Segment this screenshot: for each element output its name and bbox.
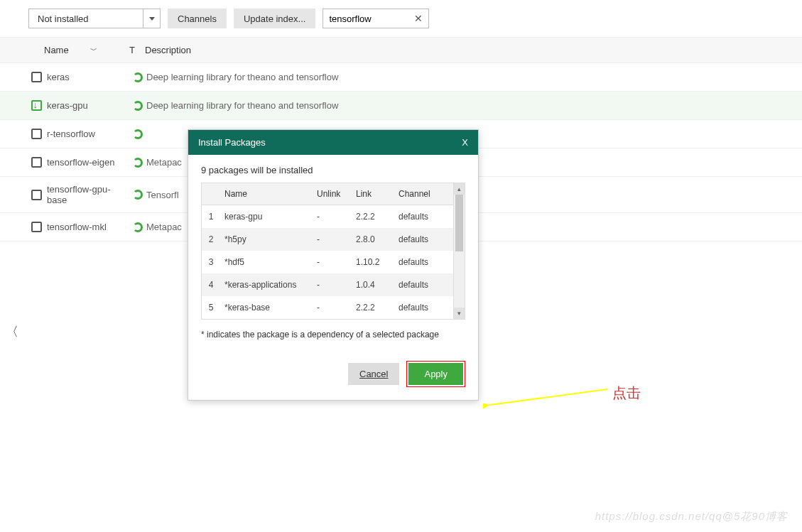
dialog-titlebar: Install Packages X [188,130,478,155]
header-t[interactable]: T [129,45,145,55]
dialog-message: 9 packages will be installed [201,165,465,175]
row-name: keras-gpu [220,205,313,229]
col-unlink: Unlink [313,183,352,205]
dialog-body: 9 packages will be installed Name Unlink… [188,155,478,400]
package-name: tensorflow-mkl [44,222,129,232]
dialog-table-row[interactable]: 4*keras-applications-1.0.4defaults [202,273,465,296]
sort-chevron-icon[interactable]: ﹀ [90,45,97,55]
filter-dropdown[interactable]: Not installed [28,9,161,28]
row-unlink: - [313,251,352,273]
loading-spinner-icon [129,190,146,200]
install-packages-dialog: Install Packages X 9 packages will be in… [188,129,479,401]
package-list-header: Name ﹀ T Description [0,37,802,63]
loading-spinner-icon [129,222,146,232]
row-name: *hdf5 [220,251,313,273]
dialog-table-row[interactable]: 5*keras-base-2.2.2defaults [202,296,465,319]
col-index [202,183,220,205]
col-name: Name [220,183,313,205]
clear-icon[interactable]: ✕ [414,13,423,24]
package-checkbox[interactable] [28,222,44,232]
header-name-label: Name [44,45,69,55]
row-index: 2 [202,228,220,251]
row-unlink: - [313,228,352,251]
annotation-arrow-icon [483,384,611,412]
package-description: Deep learning library for theano and ten… [146,100,774,111]
annotation-text: 点击 [612,384,641,403]
dialog-close-button[interactable]: X [462,137,468,148]
scroll-up-icon[interactable]: ▴ [454,183,465,195]
row-link: 2.8.0 [352,228,394,251]
dependency-note: * indicates the package is a dependency … [201,330,465,340]
dialog-table-wrap: Name Unlink Link Channel 1keras-gpu-2.2.… [201,183,465,320]
row-name: *keras-base [220,296,313,319]
header-name[interactable]: Name ﹀ [44,45,129,55]
collapse-chevron-icon[interactable]: 〈 [6,323,18,340]
dialog-table: Name Unlink Link Channel 1keras-gpu-2.2.… [202,183,465,319]
package-name: tensorflow-gpu-base [44,184,129,205]
package-checkbox[interactable] [28,190,44,200]
header-description[interactable]: Description [145,45,774,55]
package-checkbox[interactable] [28,129,44,139]
row-unlink: - [313,273,352,296]
row-name: *h5py [220,228,313,251]
loading-spinner-icon [129,129,146,139]
apply-highlight: Apply [406,361,465,387]
update-index-button[interactable]: Update index... [234,9,315,28]
loading-spinner-icon [129,158,146,168]
package-checkbox[interactable] [28,100,44,111]
package-name: r-tensorflow [44,129,129,139]
loading-spinner-icon [129,72,146,82]
cancel-button[interactable]: Cancel [348,363,399,385]
package-checkbox[interactable] [28,72,44,82]
dialog-table-row[interactable]: 1keras-gpu-2.2.2defaults [202,205,465,229]
search-box[interactable]: ✕ [323,9,429,28]
watermark: https://blog.csdn.net/qq@5花90博客 [595,510,788,523]
row-index: 1 [202,205,220,229]
dialog-title: Install Packages [198,137,266,148]
dialog-table-header-row: Name Unlink Link Channel [202,183,465,205]
scroll-down-icon[interactable]: ▾ [454,308,465,319]
row-link: 2.2.2 [352,296,394,319]
dialog-buttons: Cancel Apply [201,361,465,387]
search-input[interactable] [329,13,407,24]
row-link: 1.10.2 [352,251,394,273]
scroll-thumb[interactable] [455,195,463,251]
package-row[interactable]: keras-gpuDeep learning library for thean… [0,92,802,120]
row-unlink: - [313,205,352,229]
package-row[interactable]: kerasDeep learning library for theano an… [0,63,802,92]
col-link: Link [352,183,394,205]
apply-button[interactable]: Apply [408,363,463,385]
package-name: tensorflow-eigen [44,157,129,168]
package-name: keras [44,72,129,82]
toolbar: Not installed Channels Update index... ✕ [0,0,802,37]
chevron-down-icon[interactable] [143,9,160,28]
filter-label: Not installed [29,13,143,24]
dialog-table-row[interactable]: 2*h5py-2.8.0defaults [202,228,465,251]
row-link: 2.2.2 [352,205,394,229]
dialog-table-row[interactable]: 3*hdf5-1.10.2defaults [202,251,465,273]
package-checkbox[interactable] [28,157,44,168]
row-index: 5 [202,296,220,319]
row-name: *keras-applications [220,273,313,296]
row-index: 3 [202,251,220,273]
row-link: 1.0.4 [352,273,394,296]
loading-spinner-icon [129,101,146,111]
row-index: 4 [202,273,220,296]
package-description: Deep learning library for theano and ten… [146,72,774,82]
dialog-scrollbar[interactable]: ▴ ▾ [453,183,465,319]
package-name: keras-gpu [44,100,129,111]
channels-button[interactable]: Channels [168,9,227,28]
svg-line-1 [490,389,607,405]
row-unlink: - [313,296,352,319]
